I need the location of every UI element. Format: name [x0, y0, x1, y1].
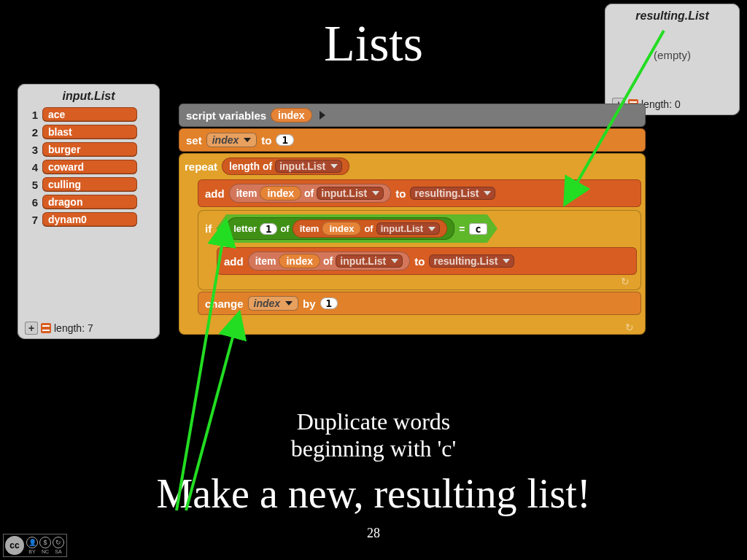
block-label: to	[414, 255, 425, 268]
block-label: to	[395, 187, 406, 200]
list-dropdown[interactable]: input.List	[336, 254, 403, 268]
chevron-down-icon	[428, 227, 436, 231]
variable-dropdown[interactable]: index	[248, 296, 299, 311]
block-label: script variables	[186, 109, 266, 122]
watcher-resulting-list[interactable]: resulting.List (empty) + length: 0	[605, 4, 740, 115]
number-input[interactable]: 1	[320, 298, 338, 309]
text-input[interactable]: c	[469, 223, 487, 235]
chevron-down-icon	[484, 191, 491, 195]
block-change-variable[interactable]: change index by 1	[198, 292, 641, 315]
reporter-item-of[interactable]: item index of input.List	[293, 219, 447, 238]
chevron-down-icon	[330, 164, 338, 168]
reporter-length-of[interactable]: length of input.List	[222, 158, 349, 175]
block-set-variable[interactable]: set index to 1	[179, 128, 646, 152]
list-dropdown[interactable]: input.List	[317, 187, 384, 200]
variable-pill-index[interactable]: index	[271, 108, 312, 122]
list-item[interactable]: 4coward	[25, 160, 152, 174]
variable-pill-index[interactable]: index	[260, 186, 301, 201]
arrow-right-icon[interactable]	[320, 111, 325, 120]
block-label: set	[186, 134, 202, 147]
block-if[interactable]: if letter 1 of item index of input.L	[198, 210, 641, 290]
watcher-footer: + length: 7	[25, 322, 152, 335]
list-item[interactable]: 1ace	[25, 107, 152, 122]
watcher-rows: 1ace 2blast 3burger 4coward 5culling 6dr…	[25, 107, 152, 227]
block-label: add	[224, 255, 244, 268]
slide-subtitle: Duplicate words beginning with 'c'	[0, 408, 747, 462]
block-add-to-list[interactable]: add item index of input.List to resultin…	[198, 179, 641, 207]
slide-headline: Make a new, resulting list!	[0, 470, 747, 517]
block-label: repeat	[185, 160, 217, 173]
reporter-letter-of[interactable]: letter 1 of item index of input.List	[226, 217, 454, 240]
add-item-button[interactable]: +	[25, 322, 38, 335]
list-icon	[41, 323, 51, 333]
block-label: to	[261, 134, 271, 147]
number-input[interactable]: 1	[276, 134, 293, 146]
chevron-down-icon	[391, 259, 398, 263]
predicate-equals[interactable]: letter 1 of item index of input.List	[216, 214, 498, 243]
watcher-input-list[interactable]: input.List 1ace 2blast 3burger 4coward 5…	[18, 84, 160, 339]
block-script-variables[interactable]: script variables index	[179, 104, 646, 127]
variable-dropdown[interactable]: index	[206, 133, 258, 147]
list-item[interactable]: 5culling	[25, 177, 152, 192]
cc-logo-icon: cc	[5, 536, 24, 555]
list-dropdown[interactable]: resulting.List	[429, 254, 514, 268]
list-dropdown[interactable]: resulting.List	[410, 187, 495, 200]
cc-by-icon: 👤	[26, 537, 38, 548]
list-item[interactable]: 2blast	[25, 125, 152, 139]
block-label: if	[205, 222, 212, 235]
operator-equals: =	[459, 223, 465, 235]
length-label: length: 7	[54, 322, 93, 334]
reporter-item-of[interactable]: item index of input.List	[229, 184, 392, 203]
chevron-down-icon	[244, 138, 251, 142]
chevron-down-icon	[285, 301, 293, 306]
watcher-title: resulting.List	[612, 9, 732, 23]
list-item[interactable]: 6dragon	[25, 195, 152, 209]
block-label: change	[205, 298, 244, 310]
cc-sa-icon: ↻	[53, 537, 64, 548]
chevron-down-icon	[372, 191, 379, 195]
list-item[interactable]: 7dynam0	[25, 212, 152, 227]
length-label: length: 0	[641, 98, 681, 110]
cc-license-badge: cc 👤 BY $ NC ↻ SA	[3, 534, 67, 557]
number-input[interactable]: 1	[260, 223, 277, 235]
script-area[interactable]: script variables index set index to 1 re…	[179, 104, 646, 336]
watcher-title: input.List	[25, 90, 152, 103]
list-dropdown[interactable]: input.List	[275, 160, 342, 173]
reporter-item-of[interactable]: item index of input.List	[248, 252, 411, 271]
block-label: by	[303, 298, 316, 310]
cc-nc-icon: $	[39, 537, 51, 548]
watcher-empty-label: (empty)	[612, 27, 732, 90]
variable-pill-index[interactable]: index	[279, 254, 320, 268]
page-number: 28	[0, 526, 747, 541]
block-repeat[interactable]: repeat length of input.List add item ind…	[179, 153, 646, 335]
list-dropdown[interactable]: input.List	[376, 222, 441, 235]
variable-pill-index[interactable]: index	[322, 222, 361, 236]
block-add-to-list[interactable]: add item index of input.List to resultin…	[217, 247, 637, 275]
list-item[interactable]: 3burger	[25, 142, 152, 157]
chevron-down-icon	[503, 259, 510, 263]
block-label: add	[205, 187, 225, 200]
